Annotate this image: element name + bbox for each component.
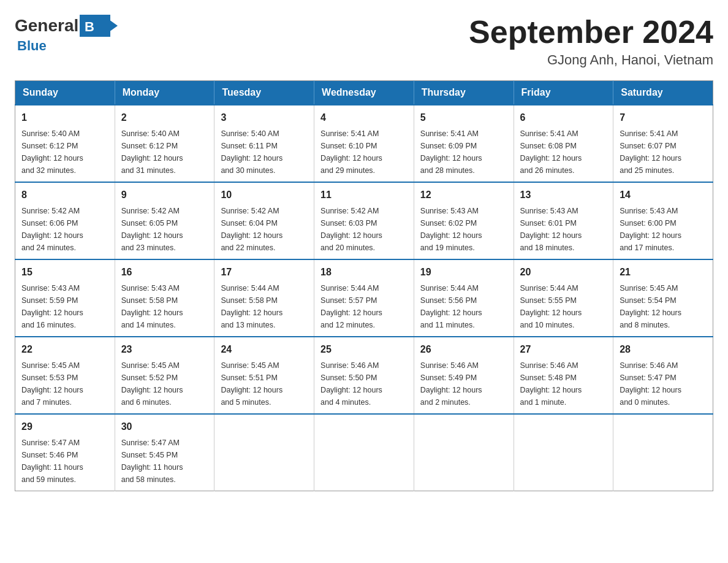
day-number: 17 — [221, 265, 308, 280]
logo: General B Blue — [15, 15, 110, 54]
day-info: Sunrise: 5:42 AMSunset: 6:04 PMDaylight:… — [221, 207, 282, 252]
day-number: 2 — [121, 110, 208, 125]
day-info: Sunrise: 5:42 AMSunset: 6:06 PMDaylight:… — [21, 207, 83, 252]
calendar-cell: 29Sunrise: 5:47 AMSunset: 5:46 PMDayligh… — [15, 414, 115, 491]
day-info: Sunrise: 5:41 AMSunset: 6:10 PMDaylight:… — [320, 129, 382, 175]
day-number: 24 — [221, 342, 308, 357]
calendar-cell: 11Sunrise: 5:42 AMSunset: 6:03 PMDayligh… — [314, 182, 414, 259]
calendar-cell: 14Sunrise: 5:43 AMSunset: 6:00 PMDayligh… — [613, 182, 713, 259]
day-number: 7 — [620, 110, 707, 125]
calendar-cell: 25Sunrise: 5:46 AMSunset: 5:50 PMDayligh… — [314, 337, 414, 414]
calendar-cell: 24Sunrise: 5:45 AMSunset: 5:51 PMDayligh… — [214, 337, 314, 414]
day-number: 25 — [320, 342, 408, 357]
calendar-cell: 5Sunrise: 5:41 AMSunset: 6:09 PMDaylight… — [414, 105, 514, 182]
day-info: Sunrise: 5:43 AMSunset: 5:59 PMDaylight:… — [21, 284, 83, 329]
day-info: Sunrise: 5:43 AMSunset: 5:58 PMDaylight:… — [121, 284, 183, 329]
calendar-header-row: SundayMondayTuesdayWednesdayThursdayFrid… — [15, 81, 713, 105]
calendar-cell — [613, 414, 713, 491]
day-number: 12 — [420, 188, 507, 202]
calendar-header-tuesday: Tuesday — [214, 81, 314, 105]
day-number: 6 — [520, 110, 607, 125]
day-number: 29 — [21, 419, 108, 434]
calendar-cell: 17Sunrise: 5:44 AMSunset: 5:58 PMDayligh… — [214, 259, 314, 337]
day-info: Sunrise: 5:45 AMSunset: 5:51 PMDaylight:… — [221, 361, 282, 407]
calendar-cell: 15Sunrise: 5:43 AMSunset: 5:59 PMDayligh… — [15, 259, 115, 337]
calendar-header-wednesday: Wednesday — [314, 81, 414, 105]
calendar-cell — [514, 414, 613, 491]
day-number: 26 — [420, 342, 507, 357]
day-number: 1 — [21, 110, 108, 125]
day-number: 28 — [620, 342, 707, 357]
day-info: Sunrise: 5:44 AMSunset: 5:55 PMDaylight:… — [520, 284, 582, 329]
day-number: 15 — [21, 265, 108, 280]
calendar-cell: 7Sunrise: 5:41 AMSunset: 6:07 PMDaylight… — [613, 105, 713, 182]
day-number: 14 — [620, 188, 707, 202]
day-number: 23 — [121, 342, 208, 357]
day-number: 19 — [420, 265, 507, 280]
day-info: Sunrise: 5:42 AMSunset: 6:05 PMDaylight:… — [121, 207, 183, 252]
calendar-cell: 8Sunrise: 5:42 AMSunset: 6:06 PMDaylight… — [15, 182, 115, 259]
calendar-header-thursday: Thursday — [414, 81, 514, 105]
day-info: Sunrise: 5:46 AMSunset: 5:49 PMDaylight:… — [420, 361, 482, 407]
title-section: September 2024 GJong Anh, Hanoi, Vietnam — [469, 15, 713, 68]
day-number: 22 — [21, 342, 108, 357]
calendar-cell: 28Sunrise: 5:46 AMSunset: 5:47 PMDayligh… — [613, 337, 713, 414]
day-info: Sunrise: 5:40 AMSunset: 6:11 PMDaylight:… — [221, 129, 282, 175]
day-info: Sunrise: 5:40 AMSunset: 6:12 PMDaylight:… — [21, 129, 83, 175]
day-info: Sunrise: 5:45 AMSunset: 5:52 PMDaylight:… — [121, 361, 183, 407]
day-info: Sunrise: 5:43 AMSunset: 6:02 PMDaylight:… — [420, 207, 482, 252]
calendar-cell: 12Sunrise: 5:43 AMSunset: 6:02 PMDayligh… — [414, 182, 514, 259]
logo-blue-box: B — [80, 15, 110, 37]
day-info: Sunrise: 5:43 AMSunset: 6:00 PMDaylight:… — [620, 207, 681, 252]
calendar-cell: 2Sunrise: 5:40 AMSunset: 6:12 PMDaylight… — [115, 105, 214, 182]
calendar-week-row: 8Sunrise: 5:42 AMSunset: 6:06 PMDaylight… — [15, 182, 713, 259]
day-number: 10 — [221, 188, 308, 202]
day-info: Sunrise: 5:45 AMSunset: 5:53 PMDaylight:… — [21, 361, 83, 407]
calendar-cell: 1Sunrise: 5:40 AMSunset: 6:12 PMDaylight… — [15, 105, 115, 182]
calendar-cell: 18Sunrise: 5:44 AMSunset: 5:57 PMDayligh… — [314, 259, 414, 337]
logo-blue-word: Blue — [17, 38, 47, 54]
calendar-cell: 9Sunrise: 5:42 AMSunset: 6:05 PMDaylight… — [115, 182, 214, 259]
day-info: Sunrise: 5:47 AMSunset: 5:46 PMDaylight:… — [21, 439, 83, 484]
day-info: Sunrise: 5:45 AMSunset: 5:54 PMDaylight:… — [620, 284, 681, 329]
day-number: 4 — [320, 110, 408, 125]
calendar-week-row: 29Sunrise: 5:47 AMSunset: 5:46 PMDayligh… — [15, 414, 713, 491]
calendar-cell — [214, 414, 314, 491]
page-header: General B Blue September 2024 GJong Anh,… — [15, 15, 713, 68]
calendar-header-monday: Monday — [115, 81, 214, 105]
calendar-header-saturday: Saturday — [613, 81, 713, 105]
day-info: Sunrise: 5:44 AMSunset: 5:57 PMDaylight:… — [320, 284, 382, 329]
day-info: Sunrise: 5:40 AMSunset: 6:12 PMDaylight:… — [121, 129, 183, 175]
month-title: September 2024 — [469, 15, 713, 50]
day-info: Sunrise: 5:46 AMSunset: 5:48 PMDaylight:… — [520, 361, 582, 407]
day-number: 13 — [520, 188, 607, 202]
day-number: 18 — [320, 265, 408, 280]
calendar-cell: 10Sunrise: 5:42 AMSunset: 6:04 PMDayligh… — [214, 182, 314, 259]
day-number: 9 — [121, 188, 208, 202]
calendar-cell: 30Sunrise: 5:47 AMSunset: 5:45 PMDayligh… — [115, 414, 214, 491]
day-info: Sunrise: 5:41 AMSunset: 6:07 PMDaylight:… — [620, 129, 681, 175]
calendar-cell — [314, 414, 414, 491]
calendar-week-row: 15Sunrise: 5:43 AMSunset: 5:59 PMDayligh… — [15, 259, 713, 337]
day-info: Sunrise: 5:43 AMSunset: 6:01 PMDaylight:… — [520, 207, 582, 252]
calendar-cell: 20Sunrise: 5:44 AMSunset: 5:55 PMDayligh… — [514, 259, 613, 337]
day-number: 27 — [520, 342, 607, 357]
day-info: Sunrise: 5:44 AMSunset: 5:58 PMDaylight:… — [221, 284, 282, 329]
day-number: 20 — [520, 265, 607, 280]
day-number: 5 — [420, 110, 507, 125]
day-info: Sunrise: 5:41 AMSunset: 6:08 PMDaylight:… — [520, 129, 582, 175]
calendar-cell: 26Sunrise: 5:46 AMSunset: 5:49 PMDayligh… — [414, 337, 514, 414]
calendar-cell: 16Sunrise: 5:43 AMSunset: 5:58 PMDayligh… — [115, 259, 214, 337]
calendar-cell: 3Sunrise: 5:40 AMSunset: 6:11 PMDaylight… — [214, 105, 314, 182]
day-info: Sunrise: 5:46 AMSunset: 5:47 PMDaylight:… — [620, 361, 681, 407]
calendar-cell: 19Sunrise: 5:44 AMSunset: 5:56 PMDayligh… — [414, 259, 514, 337]
location-title: GJong Anh, Hanoi, Vietnam — [469, 52, 713, 68]
calendar-cell: 23Sunrise: 5:45 AMSunset: 5:52 PMDayligh… — [115, 337, 214, 414]
logo-general-text: General — [15, 16, 78, 36]
day-number: 30 — [121, 419, 208, 434]
calendar-cell: 27Sunrise: 5:46 AMSunset: 5:48 PMDayligh… — [514, 337, 613, 414]
day-number: 16 — [121, 265, 208, 280]
calendar-cell: 13Sunrise: 5:43 AMSunset: 6:01 PMDayligh… — [514, 182, 613, 259]
day-number: 8 — [21, 188, 108, 202]
day-number: 3 — [221, 110, 308, 125]
